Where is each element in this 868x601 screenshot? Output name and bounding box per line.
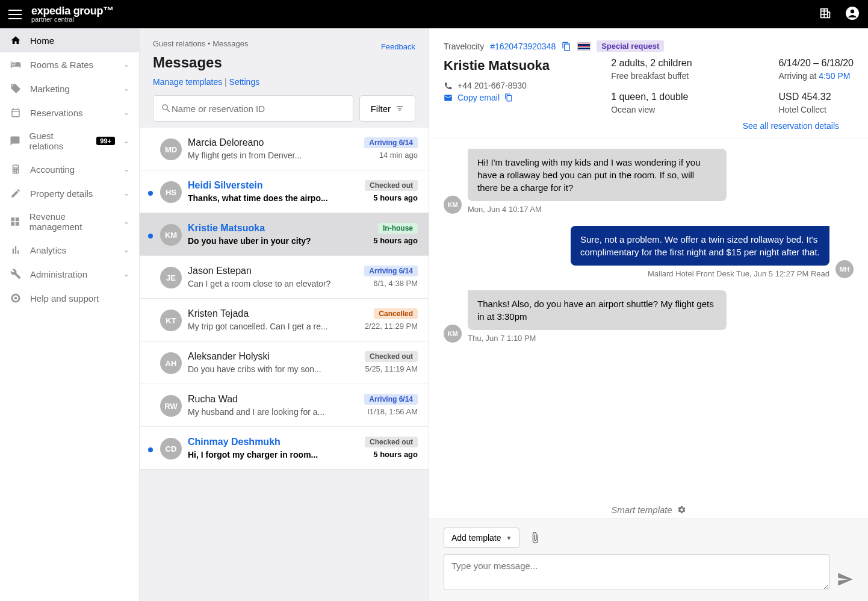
copy-email-link[interactable]: Copy email bbox=[457, 93, 500, 102]
attachment-icon[interactable] bbox=[529, 532, 541, 544]
status-badge: Arriving 6/14 bbox=[364, 394, 418, 405]
chevron-down-icon: ⌄ bbox=[123, 137, 129, 145]
special-request-badge: Special request bbox=[597, 40, 664, 52]
conversation-detail: Travelocity #1620473920348 Special reque… bbox=[429, 28, 868, 601]
occupancy: 2 adults, 2 children bbox=[611, 58, 737, 69]
conversation-preview: Can I get a room close to an elevator? bbox=[188, 279, 330, 288]
message-bubble: Hi! I'm traveling with my kids and I was… bbox=[468, 149, 727, 201]
search-box[interactable] bbox=[153, 95, 353, 122]
bed-config: 1 queen, 1 double bbox=[611, 92, 737, 102]
stay-dates: 6/14/20 – 6/18/20 bbox=[778, 58, 854, 69]
chat-thread: KMHi! I'm traveling with my kids and I w… bbox=[429, 139, 868, 501]
sidebar-item-guest-relations[interactable]: Guest relations99+⌄ bbox=[0, 125, 139, 157]
room-view: Ocean view bbox=[611, 105, 737, 114]
avatar: AH bbox=[160, 352, 182, 374]
conversation-name: Kristen Tejada bbox=[188, 308, 249, 319]
sidebar-item-administration[interactable]: Administration⌄ bbox=[0, 262, 139, 286]
avatar: KM bbox=[444, 325, 462, 343]
chevron-down-icon: ⌄ bbox=[123, 246, 129, 254]
message-meta: Thu, Jun 7 1:10 PM bbox=[468, 334, 727, 343]
conversation-item[interactable]: CDChinmay DeshmukhChecked outHi, I forgo… bbox=[140, 427, 429, 470]
sidebar-item-label: Marketing bbox=[30, 84, 70, 94]
conversation-time: I1/18, 1:56 AM bbox=[367, 407, 418, 417]
feedback-link[interactable]: Feedback bbox=[381, 42, 415, 51]
copy-icon[interactable] bbox=[504, 93, 513, 102]
avatar: MD bbox=[160, 139, 182, 160]
sidebar-item-label: Home bbox=[30, 36, 54, 46]
conversation-preview: My trip got cancelled. Can I get a re... bbox=[188, 322, 328, 331]
see-all-details-link[interactable]: See all reservation details bbox=[743, 121, 839, 131]
conversation-name: Kristie Matsuoka bbox=[188, 223, 265, 234]
sidebar-item-reservations[interactable]: Reservations⌄ bbox=[0, 101, 139, 125]
avatar: KM bbox=[444, 196, 462, 214]
sidebar-item-help-and-support[interactable]: Help and support bbox=[0, 286, 139, 310]
smart-template-label: Smart template bbox=[429, 501, 868, 518]
avatar: HS bbox=[160, 181, 182, 203]
conversation-name: Rucha Wad bbox=[188, 394, 238, 405]
status-badge: In-house bbox=[378, 223, 418, 234]
sidebar-item-revenue-management[interactable]: Revenue management⌄ bbox=[0, 205, 139, 238]
manage-templates-link[interactable]: Manage templates bbox=[153, 77, 222, 87]
message-in: KMHi! I'm traveling with my kids and I w… bbox=[444, 149, 854, 214]
sidebar-item-accounting[interactable]: Accounting⌄ bbox=[0, 157, 139, 181]
conversation-item[interactable]: HSHeidi SilversteinChecked outThanks, wh… bbox=[140, 170, 429, 213]
sidebar-item-label: Property details bbox=[30, 188, 93, 199]
life-icon bbox=[10, 292, 22, 304]
breadcrumb: Guest relations • Messages bbox=[153, 39, 248, 48]
chevron-down-icon: ⌄ bbox=[123, 165, 129, 173]
conversation-preview: Thanks, what time does the airpo... bbox=[188, 193, 328, 203]
conversation-item[interactable]: KMKristie MatsuokaIn-houseDo you have ub… bbox=[140, 213, 429, 256]
unread-dot-icon bbox=[148, 191, 153, 196]
sidebar-item-label: Guest relations bbox=[29, 131, 86, 151]
compose-area: Add template ▼ bbox=[429, 518, 868, 601]
conversation-name: Jason Estepan bbox=[188, 266, 252, 276]
unread-dot-icon bbox=[148, 447, 153, 452]
conversation-time: 5 hours ago bbox=[373, 236, 418, 246]
menu-icon[interactable] bbox=[8, 10, 22, 19]
conversation-preview: Do you have cribs with for my son... bbox=[188, 364, 321, 374]
bars-icon bbox=[10, 244, 22, 256]
status-badge: Arriving 6/14 bbox=[364, 266, 418, 276]
copy-icon[interactable] bbox=[562, 42, 571, 51]
guest-phone: +44 201-667-8930 bbox=[457, 81, 527, 90]
pencil-icon bbox=[10, 187, 22, 199]
sidebar-item-label: Revenue management bbox=[29, 211, 115, 232]
avatar: KT bbox=[160, 310, 182, 331]
chevron-down-icon: ⌄ bbox=[123, 60, 129, 69]
reservation-id-link[interactable]: #1620473920348 bbox=[490, 42, 556, 51]
account-icon[interactable] bbox=[845, 6, 860, 23]
sidebar-item-label: Reservations bbox=[30, 108, 83, 118]
conversation-item[interactable]: AHAleksander HolyskiChecked outDo you ha… bbox=[140, 341, 429, 384]
conversation-preview: Hi, I forgot my charger in room... bbox=[188, 450, 318, 459]
sidebar-item-home[interactable]: Home bbox=[0, 28, 139, 52]
conversation-time: 5 hours ago bbox=[373, 193, 418, 203]
add-template-button[interactable]: Add template ▼ bbox=[444, 528, 519, 548]
conversation-item[interactable]: RWRucha WadArriving 6/14My husband and I… bbox=[140, 384, 429, 427]
sidebar-item-marketing[interactable]: Marketing⌄ bbox=[0, 76, 139, 101]
filter-button[interactable]: Filter bbox=[359, 95, 415, 122]
settings-link[interactable]: Settings bbox=[229, 77, 260, 87]
gear-icon[interactable] bbox=[677, 505, 686, 514]
uk-flag-icon bbox=[577, 42, 591, 51]
page-title: Messages bbox=[153, 54, 415, 71]
sidebar-item-property-details[interactable]: Property details⌄ bbox=[0, 181, 139, 205]
send-button[interactable] bbox=[837, 571, 854, 590]
sidebar-item-label: Help and support bbox=[30, 293, 99, 304]
search-icon bbox=[161, 103, 172, 114]
message-input[interactable] bbox=[444, 554, 829, 590]
chevron-down-icon: ⌄ bbox=[123, 270, 129, 278]
search-input[interactable] bbox=[172, 104, 346, 114]
sidebar-item-rooms-rates[interactable]: Rooms & Rates⌄ bbox=[0, 52, 139, 76]
building-icon[interactable] bbox=[819, 7, 832, 22]
avatar: JE bbox=[160, 267, 182, 288]
sidebar-badge: 99+ bbox=[96, 137, 115, 145]
conversation-item[interactable]: KTKristen TejadaCancelledMy trip got can… bbox=[140, 299, 429, 341]
conversation-item[interactable]: JEJason EstepanArriving 6/14Can I get a … bbox=[140, 256, 429, 299]
arriving-time-link[interactable]: 4:50 PM bbox=[819, 71, 850, 81]
chevron-down-icon: ⌄ bbox=[123, 84, 129, 93]
conversation-item[interactable]: MDMarcia DeloreanoArriving 6/14My flight… bbox=[140, 128, 429, 170]
chevron-down-icon: ⌄ bbox=[123, 108, 129, 117]
sidebar-item-analytics[interactable]: Analytics⌄ bbox=[0, 238, 139, 262]
meal-plan: Free breakfast buffet bbox=[611, 71, 737, 81]
conversation-time: 5 hours ago bbox=[373, 450, 418, 459]
